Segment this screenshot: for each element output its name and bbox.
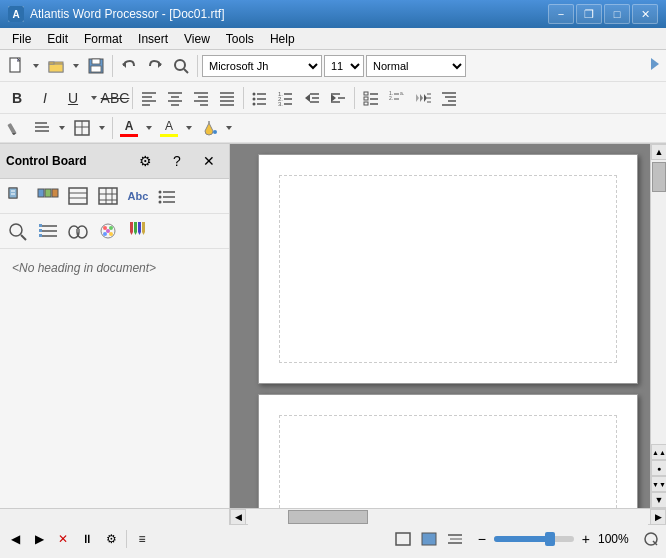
scroll-center-button[interactable]: ● (651, 460, 666, 476)
highlight-button[interactable]: A (157, 116, 181, 140)
highlight-dropdown[interactable] (183, 116, 195, 140)
open-dropdown[interactable] (70, 54, 82, 78)
restore-button[interactable]: ❐ (576, 4, 602, 24)
save-button[interactable] (84, 54, 108, 78)
open-button[interactable] (44, 54, 68, 78)
menu-insert[interactable]: Insert (130, 30, 176, 48)
svg-rect-116 (39, 224, 42, 227)
scroll-page-up-button[interactable]: ▲▲ (651, 444, 666, 460)
font-size-select[interactable]: 11 8 9 10 12 14 (324, 55, 364, 77)
bold-button[interactable]: B (4, 86, 30, 110)
font-color-button[interactable]: A (117, 116, 141, 140)
horizontal-scrollbar[interactable]: ◀ ▶ (0, 508, 666, 524)
sb-zoom-mode-button[interactable] (640, 529, 662, 549)
sb-page-layout-button[interactable] (392, 529, 414, 549)
cb-binoculars-button[interactable] (64, 218, 92, 244)
hscroll-track[interactable] (248, 509, 648, 525)
maximize-button[interactable]: □ (604, 4, 630, 24)
zoom-out-icon[interactable]: − (478, 531, 486, 547)
svg-rect-137 (422, 533, 436, 545)
paint-bucket-button[interactable] (197, 116, 221, 140)
cb-list-button[interactable] (154, 183, 182, 209)
list-levels-button[interactable] (411, 86, 435, 110)
sb-forward-button[interactable]: ▶ (28, 529, 50, 549)
menu-format[interactable]: Format (76, 30, 130, 48)
svg-point-37 (253, 102, 256, 105)
bullet-list-button[interactable] (248, 86, 272, 110)
hscroll-right-button[interactable]: ▶ (650, 509, 666, 525)
undo-button[interactable] (117, 54, 141, 78)
document-scroll-area[interactable] (230, 144, 666, 508)
underline-dropdown[interactable] (88, 86, 100, 110)
svg-rect-6 (49, 62, 54, 64)
svg-marker-67 (424, 94, 427, 102)
zoom-in-icon[interactable]: + (582, 531, 590, 547)
scroll-up-button[interactable]: ▲ (651, 144, 666, 160)
multilevel-list-button[interactable] (437, 86, 461, 110)
para-marks-dropdown[interactable] (56, 116, 68, 140)
paint-bucket-dropdown[interactable] (223, 116, 235, 140)
paragraph-style-select[interactable]: Normal Heading 1 Heading 2 Heading 3 (366, 55, 466, 77)
cb-grid-button[interactable] (34, 218, 62, 244)
control-board-toolbar-1: Abc (0, 179, 229, 214)
cb-help-button[interactable]: ? (163, 148, 191, 174)
find-button[interactable] (169, 54, 193, 78)
italic-button[interactable]: I (32, 86, 58, 110)
cb-styles-button[interactable]: Abc (124, 183, 152, 209)
align-left-button[interactable] (137, 86, 161, 110)
pen-tool-button[interactable] (4, 116, 28, 140)
font-color-dropdown[interactable] (143, 116, 155, 140)
minimize-button[interactable]: − (548, 4, 574, 24)
sb-pause-button[interactable]: ⏸ (76, 529, 98, 549)
font-family-select[interactable]: Microsoft Jh Arial Times New Roman (202, 55, 322, 77)
menu-help[interactable]: Help (262, 30, 303, 48)
indent-increase-button[interactable] (326, 86, 350, 110)
format-toolbar-extra[interactable] (70, 116, 94, 140)
hscroll-left-button[interactable]: ◀ (230, 509, 246, 525)
svg-marker-135 (142, 232, 145, 235)
menu-edit[interactable]: Edit (39, 30, 76, 48)
cb-page-view-button[interactable] (4, 183, 32, 209)
align-center-button[interactable] (163, 86, 187, 110)
no-heading-text: <No heading in document> (8, 257, 221, 279)
sb-outline-view-button[interactable] (444, 529, 466, 549)
justify-button[interactable] (215, 86, 239, 110)
new-dropdown[interactable] (30, 54, 42, 78)
menu-file[interactable]: File (4, 30, 39, 48)
scroll-page-down-button[interactable]: ▼▼ (651, 476, 666, 492)
sb-settings-button[interactable]: ⚙ (100, 529, 122, 549)
document-wrapper[interactable]: ▲ ▲▲ ● ▼▼ ▼ (230, 144, 666, 508)
new-button[interactable] (4, 54, 28, 78)
underline-button[interactable]: U (60, 86, 86, 110)
strikethrough-button[interactable]: ABC (102, 86, 128, 110)
cb-outline-button[interactable] (64, 183, 92, 209)
sb-view-btn[interactable]: ≡ (131, 529, 153, 549)
sb-web-layout-button[interactable] (418, 529, 440, 549)
menu-view[interactable]: View (176, 30, 218, 48)
para-marks-button[interactable] (30, 116, 54, 140)
zoom-slider[interactable] (494, 536, 574, 542)
scroll-thumb[interactable] (652, 162, 666, 192)
close-button[interactable]: ✕ (632, 4, 658, 24)
cb-multipage-button[interactable] (34, 183, 62, 209)
cb-bookmarks-button[interactable] (124, 218, 152, 244)
cb-close-button[interactable]: ✕ (195, 148, 223, 174)
cb-settings-button[interactable]: ⚙ (131, 148, 159, 174)
menu-tools[interactable]: Tools (218, 30, 262, 48)
sb-stop-button[interactable]: ✕ (52, 529, 74, 549)
redo-button[interactable] (143, 54, 167, 78)
sb-back-button[interactable]: ◀ (4, 529, 26, 549)
hscroll-thumb[interactable] (288, 510, 368, 524)
zoom-slider-thumb[interactable] (545, 532, 555, 546)
cb-search-button[interactable] (4, 218, 32, 244)
align-right-button[interactable] (189, 86, 213, 110)
format-extra-dropdown[interactable] (96, 116, 108, 140)
list-options-button[interactable] (359, 86, 383, 110)
scroll-down-button[interactable]: ▼ (651, 492, 666, 508)
numbered-list-button[interactable]: 1. 2. 3. (274, 86, 298, 110)
indent-decrease-button[interactable] (300, 86, 324, 110)
numbering-options-button[interactable]: 1. 2. a. (385, 86, 409, 110)
cb-table-button[interactable] (94, 183, 122, 209)
cb-palette-button[interactable] (94, 218, 122, 244)
vertical-scrollbar[interactable]: ▲ ▲▲ ● ▼▼ ▼ (650, 144, 666, 508)
